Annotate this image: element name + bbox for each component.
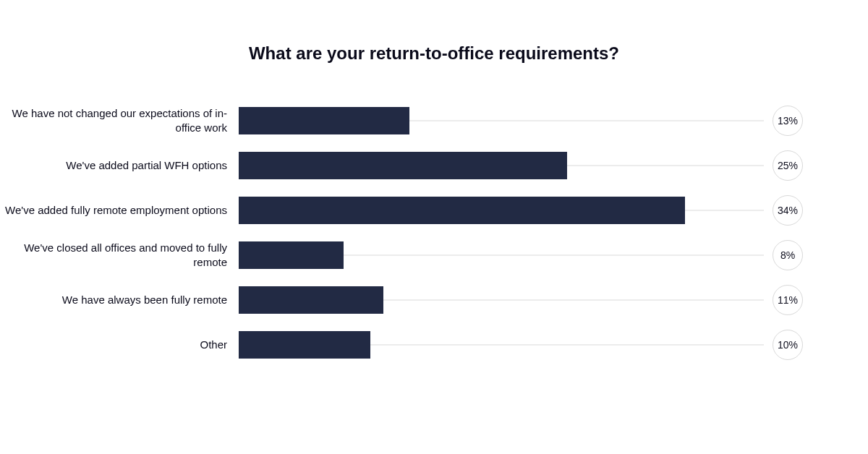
chart-row: We've added fully remote employment opti…	[0, 188, 803, 233]
category-label: We've closed all offices and moved to fu…	[0, 241, 239, 270]
category-label: We have always been fully remote	[0, 293, 239, 307]
bar-track	[239, 286, 764, 314]
chart-row: Other 10%	[0, 322, 803, 367]
bar-chart: What are your return-to-office requireme…	[0, 43, 868, 367]
bar	[239, 241, 344, 269]
bar	[239, 286, 383, 314]
value-bubble: 11%	[773, 285, 803, 315]
bar-track	[239, 331, 764, 359]
bar	[239, 197, 685, 224]
chart-row: We have not changed our expectations of …	[0, 98, 803, 143]
value-bubble: 13%	[773, 106, 803, 136]
bar-track	[239, 197, 764, 224]
category-label: We have not changed our expectations of …	[0, 106, 239, 136]
category-label: We've added fully remote employment opti…	[0, 203, 239, 218]
value-bubble: 8%	[773, 240, 803, 270]
bar-track	[239, 152, 764, 179]
category-label: We've added partial WFH options	[0, 158, 239, 173]
chart-row: We've closed all offices and moved to fu…	[0, 233, 803, 278]
bar	[239, 107, 409, 134]
bar-track	[239, 107, 764, 134]
value-bubble: 25%	[773, 150, 803, 181]
value-bubble: 34%	[773, 195, 803, 226]
chart-rows: We have not changed our expectations of …	[0, 98, 868, 367]
chart-title: What are your return-to-office requireme…	[0, 43, 868, 64]
bar	[239, 152, 567, 179]
value-bubble: 10%	[773, 330, 803, 360]
chart-row: We've added partial WFH options 25%	[0, 143, 803, 188]
bar-track	[239, 241, 764, 269]
bar	[239, 331, 370, 359]
category-label: Other	[0, 338, 239, 352]
chart-row: We have always been fully remote 11%	[0, 278, 803, 322]
